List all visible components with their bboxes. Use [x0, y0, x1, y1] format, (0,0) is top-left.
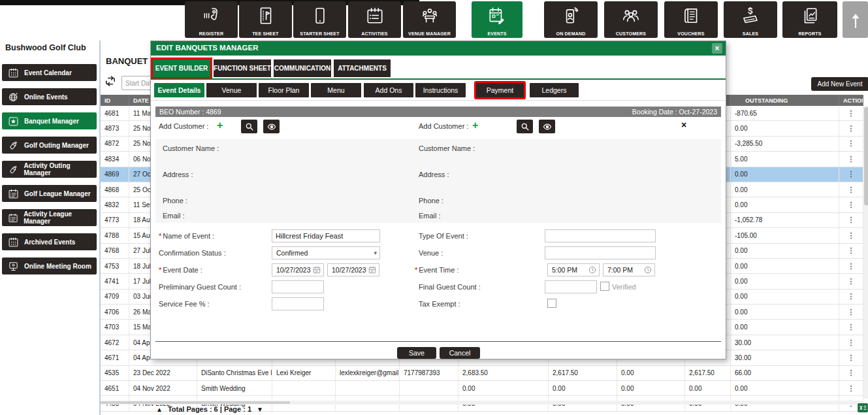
sidebar-item-archived-events[interactable]: Archived Events [2, 233, 97, 250]
name-of-event-input[interactable] [272, 229, 380, 242]
subtab-event-details[interactable]: Event Details [154, 83, 204, 97]
subtab-payment[interactable]: Payment [476, 83, 524, 97]
toolbar-item-reports[interactable]: REPORTS [782, 1, 837, 38]
toolbar-item-vouchers[interactable]: VOUCHERS [664, 1, 718, 38]
header-cell-id[interactable]: ID [101, 95, 129, 106]
page-down-icon[interactable]: ▼ [257, 406, 263, 413]
excel-export-icon[interactable] [858, 403, 868, 412]
tab-event-builder[interactable]: EVENT BUILDER [153, 59, 210, 77]
row-actions-button[interactable]: ⋮ [839, 350, 863, 365]
venue-input[interactable] [545, 246, 656, 259]
row-actions-button[interactable]: ⋮ [839, 167, 863, 182]
cell-outstanding: 0.00 [731, 182, 839, 197]
page-up-icon[interactable]: ▲ [156, 406, 163, 413]
row-actions-button[interactable]: ⋮ [839, 228, 863, 242]
row-actions-button[interactable]: ⋮ [839, 274, 863, 288]
toolbar-item-tee-sheet[interactable]: TEE SHEET [239, 1, 292, 38]
tab-communication[interactable]: COMMUNICATION [274, 59, 331, 77]
scroll-up-button[interactable] [843, 1, 868, 38]
remove-customer-icon[interactable]: × [681, 120, 686, 129]
verified-checkbox[interactable] [600, 282, 609, 291]
refresh-icon [104, 75, 116, 87]
type-of-event-input[interactable] [545, 229, 656, 242]
horizontal-scrollbar[interactable] [101, 401, 863, 405]
cell-outstanding: -1,052.78 [731, 213, 839, 227]
event-date-to-input[interactable]: 10/27/2023 [327, 263, 379, 276]
sidebar-item-banquet-manager[interactable]: Banquet Manager [2, 112, 97, 129]
subtab-instructions[interactable]: Instructions [415, 83, 466, 97]
sidebar-item-activity-outing-manager[interactable]: Activity Outing Manager [2, 161, 97, 178]
toolbar-item-activities[interactable]: ACTIVITIES [348, 1, 401, 38]
event-date-from-input[interactable]: 10/27/2023 [272, 263, 324, 276]
customer-view-button-2[interactable] [539, 120, 555, 133]
add-new-event-button[interactable]: Add New Event [811, 77, 868, 91]
toolbar-item-sales[interactable]: SALES [724, 1, 777, 38]
toolbar-item-on-demand[interactable]: ON DEMAND [544, 1, 598, 38]
row-actions-button[interactable]: ⋮ [839, 290, 863, 304]
calendar-icon [368, 266, 376, 274]
confirmation-status-select[interactable]: Confirmed ▾ [272, 246, 380, 259]
final-guest-count-input[interactable] [545, 280, 597, 293]
row-actions-button[interactable]: ⋮ [839, 106, 863, 120]
row-actions-button[interactable]: ⋮ [839, 137, 863, 151]
customer-search-button-1[interactable] [241, 120, 257, 133]
sidebar-item-golf-outing-manager[interactable]: Golf Outing Manager [2, 137, 97, 154]
row-actions-button[interactable]: ⋮ [839, 320, 863, 334]
subtab-venue[interactable]: Venue [206, 83, 257, 97]
subtab-ledgers[interactable]: Ledgers [530, 83, 579, 97]
add-customer-plus-icon-1[interactable]: + [217, 120, 223, 131]
header-cell-outstanding[interactable]: OUTSTANDING [731, 95, 839, 106]
event-time-to-input[interactable]: 7:00 PM [603, 263, 655, 276]
sidebar-item-golf-league-manager[interactable]: Golf League Manager [2, 185, 97, 202]
sidebar-item-online-events[interactable]: Online Events [2, 88, 97, 105]
subtab-menu[interactable]: Menu [311, 83, 361, 97]
beo-number: BEO Number : 4869 [159, 108, 221, 116]
vertical-scrollbar-thumb[interactable] [864, 107, 868, 205]
row-actions-button[interactable]: ⋮ [839, 182, 863, 197]
row-actions-button[interactable]: ⋮ [839, 152, 863, 166]
toolbar-item-customers[interactable]: CUSTOMERS [604, 1, 658, 38]
close-icon[interactable]: × [712, 43, 722, 54]
tax-exempt-checkbox[interactable] [547, 299, 556, 308]
event-time-from-input[interactable]: 5:00 PM [547, 263, 600, 276]
header-cell-action[interactable]: ACTION [839, 95, 863, 106]
row-actions-button[interactable]: ⋮ [839, 366, 863, 380]
toolbar-item-register[interactable]: REGISTER [185, 1, 238, 38]
toolbar-item-events[interactable]: EVENTS [472, 1, 522, 38]
sidebar-item-activity-league-manager[interactable]: Activity League Manager [2, 209, 97, 226]
cancel-button[interactable]: Cancel [440, 347, 480, 359]
tee-sheet-icon [256, 6, 276, 25]
service-fee-input[interactable] [272, 297, 324, 310]
row-actions-button[interactable]: ⋮ [839, 305, 863, 319]
tab-attachments[interactable]: ATTACHMENTS [334, 59, 391, 77]
vertical-scrollbar[interactable] [863, 106, 868, 399]
row-actions-button[interactable]: ⋮ [839, 381, 863, 395]
row-actions-button[interactable]: ⋮ [839, 335, 863, 350]
sidebar-item-event-calendar[interactable]: Event Calendar [2, 64, 97, 81]
sidebar-item-online-meeting-room[interactable]: Online Meeting Room [2, 257, 97, 274]
row-actions-button[interactable]: ⋮ [839, 121, 863, 135]
subtab-floor-plan[interactable]: Floor Plan [259, 83, 309, 97]
customer-view-button-1[interactable] [263, 120, 280, 133]
on-demand-icon [561, 6, 581, 25]
preliminary-guest-count-input[interactable] [272, 280, 324, 293]
subtab-add-ons[interactable]: Add Ons [364, 83, 413, 97]
table-row-4651[interactable]: 465104 Nov 2022Smith Wedding0.000.000.00… [101, 381, 863, 396]
horizontal-scrollbar-thumb[interactable] [101, 401, 290, 404]
add-customer-plus-icon-2[interactable]: + [472, 120, 478, 131]
row-actions-button[interactable]: ⋮ [839, 213, 863, 227]
row-actions-button[interactable]: ⋮ [839, 259, 863, 273]
reports-icon [800, 6, 820, 25]
toolbar-item-starter-sheet[interactable]: STARTER SHEET [293, 1, 346, 38]
confirmation-status-label: Confirmation Status : [159, 249, 226, 257]
toolbar-item-venue-manager[interactable]: VENUE MANAGER [403, 1, 456, 38]
table-row-4535[interactable]: 453523 Dec 2022DiSanto Christmas Eve ELe… [101, 366, 863, 381]
customer-search-button-2[interactable] [517, 120, 533, 133]
form-divider [155, 341, 721, 342]
row-actions-button[interactable]: ⋮ [839, 244, 863, 258]
save-button[interactable]: Save [397, 347, 436, 359]
row-actions-button[interactable]: ⋮ [839, 197, 863, 212]
tab-function-sheet[interactable]: FUNCTION SHEET [214, 59, 271, 77]
cell-a1: 0.00 [458, 381, 549, 395]
refresh-button[interactable] [104, 75, 119, 90]
